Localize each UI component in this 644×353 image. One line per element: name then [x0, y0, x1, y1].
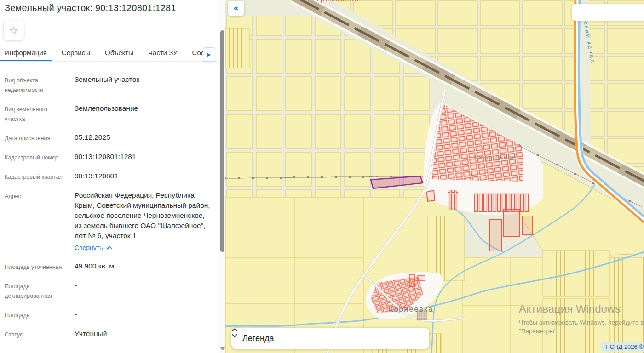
panel-scrollbar[interactable] [219, 0, 225, 353]
scrollbar-thumb[interactable] [220, 30, 224, 252]
settlement-label-razdolnoye: Раздольное [474, 153, 517, 161]
panel-collapse-button[interactable]: « [228, 1, 244, 16]
field-row: Кадастровый квартал 90:13:120801 [5, 171, 210, 182]
star-icon: ☆ [9, 24, 19, 36]
field-row: Кадастровый номер 90:13:120801:1281 [5, 152, 210, 163]
settlement-label-top: Урожайное [316, 0, 359, 3]
chevron-up-icon [107, 246, 113, 250]
page-title: Земельный участок: 90:13:120801:1281 [0, 0, 225, 13]
field-row: Дата присвоения 05.12.2025 [5, 132, 210, 143]
field-row: Статус Учтенный [5, 329, 210, 340]
map-attribution: НСПД 2026 © [601, 342, 644, 352]
legend-bar[interactable]: Легенда [231, 328, 429, 349]
tab-objects[interactable]: Объекты [105, 46, 133, 61]
legend-label: Легенда [242, 334, 420, 343]
tab-information[interactable]: Информация [5, 46, 47, 61]
double-chevron-left-icon: « [234, 3, 239, 12]
fields-list: Вид объекта недвижимости Земельный участ… [0, 70, 219, 353]
collapse-address-link[interactable]: Свернуть [75, 243, 113, 253]
tab-services[interactable]: Сервисы [62, 46, 90, 61]
map-canvas: Раздольное Корнеевка Урожайное ский кана… [225, 0, 644, 353]
map-search-input[interactable] [572, 4, 644, 21]
address-value: Российская Федерация, Республика Крым, С… [75, 191, 210, 239]
field-row: Площадь - [5, 309, 210, 320]
expand-collapse-icon [231, 328, 238, 338]
tabs-bar: Информация Сервисы Объекты Части ЗУ Сост… [0, 46, 219, 62]
tab-parcel-parts[interactable]: Части ЗУ [148, 46, 178, 61]
scrollbar-down-arrow-icon[interactable] [220, 347, 225, 351]
field-row: Вид земельного участка Землепользование [5, 103, 210, 124]
field-row-address: Адрес Российская Федерация, Республика К… [5, 190, 210, 253]
field-row: Вид объекта недвижимости Земельный участ… [5, 74, 210, 95]
field-row: Площадь декларированная - [5, 280, 210, 301]
field-row: Площадь уточненная 49 900 кв. м [5, 261, 210, 272]
favorite-button[interactable]: ☆ [4, 20, 24, 40]
settlement-label-korneevka: Корнеевка [389, 305, 433, 313]
tabs-next-button[interactable]: ▶ [203, 47, 215, 62]
app-window: Земельный участок: 90:13:120801:1281 ☆ И… [0, 0, 644, 353]
map-area[interactable]: Раздольное Корнеевка Урожайное ский кана… [225, 0, 644, 353]
object-info-panel: Земельный участок: 90:13:120801:1281 ☆ И… [0, 0, 225, 353]
caret-right-icon: ▶ [207, 52, 211, 57]
